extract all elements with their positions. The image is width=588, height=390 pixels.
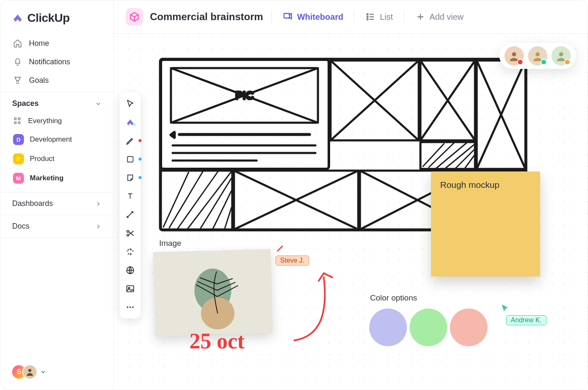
sticky-note[interactable]: Rough mockup	[431, 171, 540, 277]
dashboards-label: Dashboards	[12, 199, 53, 208]
color-options-label: Color options	[370, 293, 417, 303]
add-view-label: Add view	[430, 12, 464, 22]
nav-home-label: Home	[29, 39, 49, 48]
spaces-header-label: Spaces	[12, 99, 39, 108]
sidebar-item-dashboards[interactable]: Dashboards	[0, 192, 113, 215]
abstract-plant-icon	[153, 249, 273, 336]
space-badge: D	[13, 134, 24, 145]
user-menu[interactable]: S	[0, 354, 113, 390]
nav-goals[interactable]: Goals	[0, 71, 113, 90]
svg-point-18	[132, 306, 134, 308]
chevron-down-icon	[95, 100, 102, 107]
handwriting-date: 25 oct	[189, 329, 244, 353]
color-swatch[interactable]	[450, 308, 488, 346]
color-swatch[interactable]	[410, 308, 447, 346]
user-avatar-photo	[22, 364, 37, 379]
tool-shape[interactable]	[125, 154, 136, 165]
tool-connector[interactable]	[125, 209, 136, 220]
chevron-right-icon	[95, 200, 102, 207]
svg-point-20	[536, 52, 540, 56]
sidebar-space-development[interactable]: DDevelopment	[0, 130, 113, 149]
svg-rect-10	[127, 156, 133, 162]
tool-sticky[interactable]	[125, 172, 136, 183]
tool-clickup-add[interactable]: +	[125, 117, 136, 128]
collab-cursor-steve: Steve J.	[276, 243, 309, 266]
clickup-logo-icon	[11, 12, 24, 24]
sticky-note-text: Rough mockup	[440, 180, 499, 190]
home-icon	[13, 39, 22, 48]
collab-cursor-andrew: Andrew K.	[500, 303, 546, 325]
svg-rect-29	[161, 171, 232, 229]
presence-avatar[interactable]	[551, 46, 571, 66]
pencil-cursor-icon	[276, 243, 286, 253]
project-icon[interactable]	[126, 8, 143, 26]
sidebar: ClickUp Home Notifications Goals Spaces …	[0, 0, 114, 390]
space-label: Product	[30, 155, 55, 163]
brand-name: ClickUp	[27, 11, 70, 25]
box-icon	[129, 12, 139, 22]
nav-home[interactable]: Home	[0, 34, 113, 53]
presence-avatar[interactable]	[504, 46, 524, 66]
space-badge: P	[13, 153, 24, 164]
view-list[interactable]: List	[363, 10, 395, 24]
tool-pen[interactable]	[125, 135, 136, 146]
svg-point-19	[512, 52, 516, 56]
arrow-sketch	[282, 261, 341, 345]
sidebar-item-docs[interactable]: Docs	[0, 215, 113, 238]
docs-label: Docs	[12, 222, 29, 231]
tool-text[interactable]	[125, 191, 136, 202]
svg-point-7	[367, 16, 368, 18]
bell-icon	[13, 57, 22, 66]
presence-avatar[interactable]	[528, 46, 547, 66]
cursor-andrew-label: Andrew K.	[506, 315, 546, 325]
svg-point-3	[18, 121, 20, 124]
nav-notifications[interactable]: Notifications	[0, 53, 113, 71]
whiteboard-icon	[283, 12, 293, 22]
view-whiteboard[interactable]: Whiteboard	[280, 10, 346, 24]
svg-point-21	[559, 52, 563, 56]
sketch-pic-label: PIC	[235, 89, 253, 102]
nav-notifications-label: Notifications	[29, 58, 70, 66]
pointer-cursor-icon	[500, 303, 509, 313]
space-badge: M	[13, 173, 24, 184]
color-swatches	[369, 308, 488, 346]
tool-sparkle[interactable]	[125, 246, 136, 257]
svg-point-1	[18, 118, 20, 120]
everything-icon	[13, 116, 22, 126]
brand-logo[interactable]: ClickUp	[0, 9, 113, 34]
sidebar-space-product[interactable]: PProduct	[0, 149, 113, 169]
everything-label: Everything	[28, 117, 62, 125]
tool-cursor[interactable]	[125, 98, 136, 109]
color-swatch[interactable]	[369, 308, 407, 346]
list-icon	[365, 12, 375, 22]
sidebar-section-spaces[interactable]: Spaces	[0, 92, 113, 112]
main: Commercial brainstorm Whiteboard List Ad…	[114, 0, 588, 390]
svg-rect-14	[127, 286, 134, 292]
image-card[interactable]	[153, 249, 273, 336]
tool-more[interactable]	[125, 302, 136, 313]
chevron-right-icon	[95, 223, 102, 230]
svg-point-16	[127, 306, 129, 308]
view-list-label: List	[380, 12, 393, 22]
plus-icon	[415, 12, 425, 22]
svg-point-8	[367, 19, 368, 20]
sidebar-space-marketing[interactable]: MMarketing	[0, 169, 113, 188]
tool-globe[interactable]	[125, 265, 136, 276]
view-whiteboard-label: Whiteboard	[297, 12, 343, 22]
add-view-button[interactable]: Add view	[413, 10, 466, 24]
svg-text:+: +	[133, 122, 135, 127]
cursor-steve-label: Steve J.	[276, 256, 309, 266]
presence-bar	[499, 43, 576, 69]
image-label: Image	[159, 239, 181, 248]
svg-point-17	[129, 306, 131, 308]
sidebar-item-everything[interactable]: Everything	[0, 112, 113, 130]
caret-down-icon	[40, 369, 47, 375]
tool-scissors[interactable]	[125, 228, 136, 239]
svg-point-6	[367, 14, 368, 15]
topbar: Commercial brainstorm Whiteboard List Ad…	[114, 0, 588, 34]
whiteboard-canvas[interactable]: +	[114, 34, 588, 390]
svg-point-2	[14, 121, 16, 124]
project-title: Commercial brainstorm	[150, 11, 263, 23]
space-label: Development	[30, 135, 72, 144]
tool-image[interactable]	[125, 283, 136, 294]
